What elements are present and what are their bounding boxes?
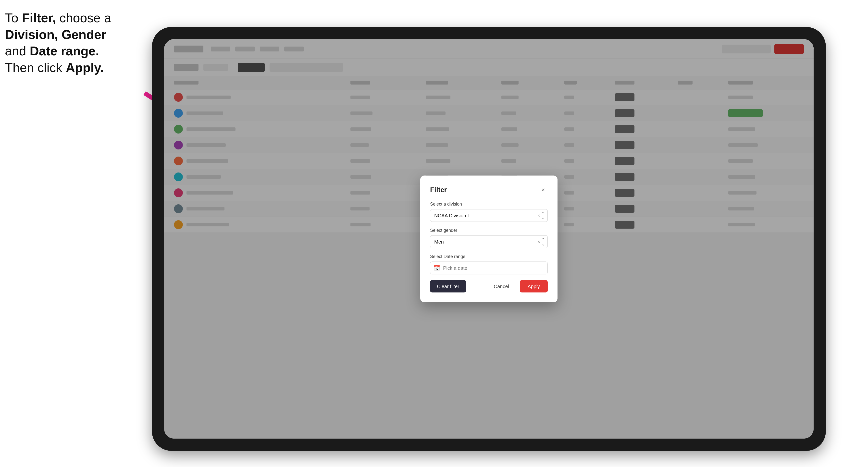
date-form-group: Select Date range 📅 [430,254,548,274]
bold-division-gender: Division, Gender [5,27,106,42]
division-form-group: Select a division NCAA Division I NCAA D… [430,201,548,222]
tablet-screen: Filter × Select a division NCAA Division… [164,39,814,439]
gender-form-group: Select gender Men Women Mixed × ⌃⌄ [430,228,548,248]
division-label: Select a division [430,201,548,207]
division-select-wrapper: NCAA Division I NCAA Division II NCAA Di… [430,209,548,222]
modal-footer-right: Cancel Apply [487,280,548,292]
date-label: Select Date range [430,254,548,259]
bold-date-range: Date range. [30,44,99,58]
gender-label: Select gender [430,228,548,233]
modal-footer: Clear filter Cancel Apply [430,280,548,292]
clear-filter-button[interactable]: Clear filter [430,280,466,292]
filter-modal: Filter × Select a division NCAA Division… [420,176,558,302]
date-input-wrapper: 📅 [430,262,548,274]
cancel-button[interactable]: Cancel [487,280,516,292]
bold-apply: Apply. [66,61,104,75]
modal-close-button[interactable]: × [539,185,548,194]
instruction-text: To Filter, choose a Division, Gender and… [5,10,142,76]
gender-select[interactable]: Men Women Mixed [430,236,548,248]
apply-button[interactable]: Apply [520,280,548,292]
division-select[interactable]: NCAA Division I NCAA Division II NCAA Di… [430,209,548,222]
modal-title: Filter [430,186,447,194]
tablet-frame: Filter × Select a division NCAA Division… [152,27,826,451]
gender-select-wrapper: Men Women Mixed × ⌃⌄ [430,236,548,248]
bold-filter: Filter, [22,11,56,25]
modal-header: Filter × [430,185,548,194]
date-input[interactable] [430,262,548,274]
